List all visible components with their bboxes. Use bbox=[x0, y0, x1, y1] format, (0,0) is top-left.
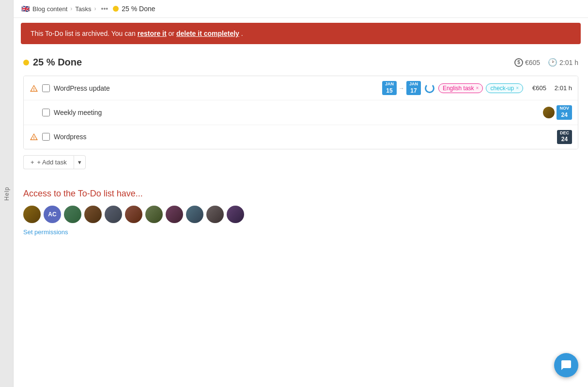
todo-cost: $ €605 bbox=[514, 58, 540, 67]
add-task-label: + Add task bbox=[37, 159, 67, 166]
access-avatars: AC bbox=[23, 206, 578, 223]
dollar-icon: $ bbox=[514, 58, 523, 67]
set-permissions-link[interactable]: Set permissions bbox=[23, 228, 68, 236]
task-assignee-avatar bbox=[543, 107, 555, 118]
date-badge-end: Jan 17 bbox=[406, 81, 421, 95]
task-dates-2: Nov 24 bbox=[543, 105, 572, 119]
todo-cost-value: €605 bbox=[525, 59, 540, 66]
archive-banner: This To-Do list is archived. You can res… bbox=[21, 23, 581, 44]
task-dates-3: Dec 24 bbox=[557, 130, 572, 144]
todo-section: 25 % Done $ €605 🕑 2:01 h bbox=[14, 49, 588, 177]
status-dot-yellow bbox=[113, 6, 119, 12]
avatar bbox=[23, 206, 41, 223]
todo-time-value: 2:01 h bbox=[559, 59, 578, 66]
add-task-plus-icon: + bbox=[31, 159, 34, 166]
access-title: Access to the To-Do list have... bbox=[23, 189, 578, 199]
tag-english-task[interactable]: English task × bbox=[438, 83, 483, 93]
tag-label: English task bbox=[443, 85, 474, 92]
warning-icon-3 bbox=[30, 132, 38, 141]
date-badge-nov: Nov 24 bbox=[557, 105, 572, 119]
tag-close-icon[interactable]: × bbox=[516, 85, 519, 91]
todo-title: 25 % Done bbox=[23, 57, 82, 68]
task-cost-1: €605 bbox=[527, 84, 546, 92]
tag-checkup[interactable]: check-up × bbox=[486, 83, 523, 93]
breadcrumb-separator-1: › bbox=[70, 5, 72, 12]
archive-text-middle: or bbox=[169, 30, 176, 37]
breadcrumb-more-button[interactable]: ••• bbox=[99, 4, 110, 14]
archive-text-prefix: This To-Do list is archived. You can bbox=[31, 30, 138, 37]
task-name-1: WordPress update bbox=[54, 84, 378, 92]
chat-button[interactable] bbox=[554, 353, 578, 377]
table-row: Weekly meeting Nov 24 bbox=[24, 100, 578, 125]
flag-icon: 🇬🇧 bbox=[21, 5, 30, 13]
breadcrumb-separator-2: › bbox=[94, 5, 96, 12]
tag-label: check-up bbox=[490, 85, 514, 92]
warning-icon bbox=[30, 84, 38, 93]
avatar bbox=[105, 206, 122, 223]
add-task-button[interactable]: + + Add task bbox=[23, 155, 74, 169]
archive-text-suffix: . bbox=[241, 30, 243, 37]
task-progress-indicator bbox=[425, 83, 434, 93]
breadcrumb-project[interactable]: 🇬🇧 Blog content bbox=[21, 5, 67, 13]
avatar bbox=[64, 206, 81, 223]
task-checkbox-1[interactable] bbox=[42, 84, 50, 92]
date-badge-start: Jan 15 bbox=[382, 81, 397, 95]
task-tags-1: English task × check-up × bbox=[438, 83, 523, 93]
todo-title-text: 25 % Done bbox=[33, 57, 82, 68]
breadcrumb-project-label: Blog content bbox=[32, 5, 67, 13]
clock-icon: 🕑 bbox=[548, 58, 557, 67]
task-name-2: Weekly meeting bbox=[54, 109, 539, 116]
add-task-row: + + Add task ▾ bbox=[23, 155, 578, 169]
avatar bbox=[145, 206, 163, 223]
task-checkbox-2[interactable] bbox=[42, 109, 50, 116]
todo-meta: $ €605 🕑 2:01 h bbox=[514, 58, 578, 67]
avatar bbox=[206, 206, 224, 223]
access-section: Access to the To-Do list have... AC Set … bbox=[14, 177, 588, 247]
avatar: AC bbox=[44, 206, 61, 223]
chevron-down-icon: ▾ bbox=[78, 159, 81, 166]
delete-link[interactable]: delete it completely bbox=[176, 30, 239, 37]
help-label: Help bbox=[3, 187, 10, 201]
todo-status-dot bbox=[23, 60, 29, 65]
todo-header: 25 % Done $ €605 🕑 2:01 h bbox=[23, 57, 578, 68]
task-dates-1: Jan 15 → Jan 17 bbox=[382, 81, 421, 95]
breadcrumb-tasks[interactable]: Tasks bbox=[75, 5, 91, 13]
breadcrumb-tasks-label: Tasks bbox=[75, 5, 91, 13]
avatar bbox=[84, 206, 102, 223]
avatar bbox=[186, 206, 203, 223]
task-checkbox-3[interactable] bbox=[42, 133, 50, 141]
breadcrumb-current: 25 % Done bbox=[113, 5, 155, 13]
task-name-3: Wordpress bbox=[54, 133, 553, 141]
restore-link[interactable]: restore it bbox=[138, 30, 167, 37]
breadcrumb-current-label: 25 % Done bbox=[122, 5, 155, 13]
avatar bbox=[227, 206, 244, 223]
breadcrumb: 🇬🇧 Blog content › Tasks › ••• 25 % Done bbox=[14, 0, 588, 18]
main-content: 🇬🇧 Blog content › Tasks › ••• 25 % Done … bbox=[14, 0, 588, 387]
table-row: Wordpress Dec 24 bbox=[24, 125, 578, 149]
avatar bbox=[166, 206, 183, 223]
help-sidebar[interactable]: Help bbox=[0, 0, 14, 387]
avatar bbox=[125, 206, 142, 223]
chat-icon bbox=[560, 359, 572, 371]
date-arrow: → bbox=[399, 85, 404, 92]
add-task-dropdown-button[interactable]: ▾ bbox=[74, 155, 86, 169]
table-row: WordPress update Jan 15 → Jan 17 bbox=[24, 76, 578, 100]
date-badge-dec: Dec 24 bbox=[557, 130, 572, 144]
tag-close-icon[interactable]: × bbox=[476, 85, 479, 91]
task-time-1: 2:01 h bbox=[550, 84, 572, 92]
task-list: WordPress update Jan 15 → Jan 17 bbox=[23, 76, 578, 149]
todo-time: 🕑 2:01 h bbox=[548, 58, 578, 67]
